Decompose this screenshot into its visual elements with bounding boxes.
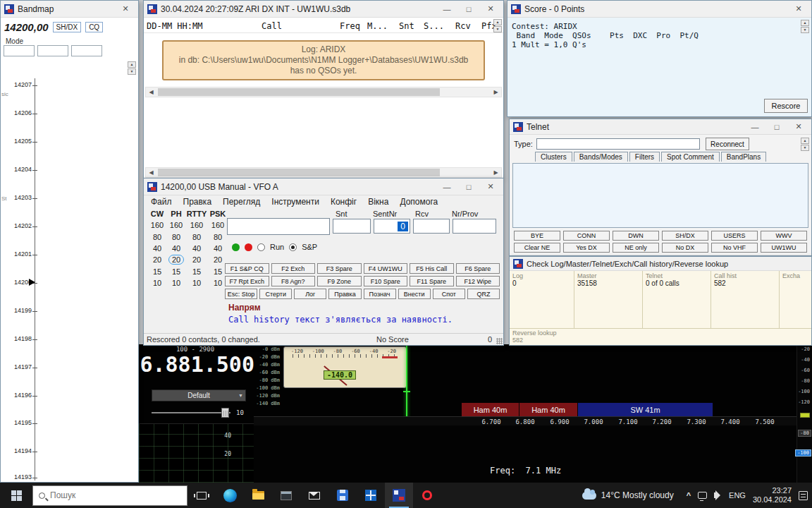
f2-button[interactable]: F2 Exch: [271, 263, 316, 274]
f7-button[interactable]: F7 Rpt Exch: [225, 276, 269, 286]
save-app-button[interactable]: [328, 483, 357, 508]
spinner-up-icon[interactable]: ▲: [493, 19, 502, 25]
spinner-up-icon[interactable]: ▲: [128, 61, 136, 68]
selected-band[interactable]: 20: [168, 255, 184, 265]
task-view-button[interactable]: [187, 483, 216, 508]
column-header[interactable]: Snt: [399, 21, 414, 31]
grid-app-button[interactable]: [357, 483, 385, 508]
column-header[interactable]: Freq: [340, 21, 360, 31]
menu-view[interactable]: Перегляд: [217, 196, 266, 207]
mail-button[interactable]: [300, 483, 328, 508]
band-cell[interactable]: 80: [147, 233, 167, 241]
band-cell[interactable]: 10: [147, 279, 167, 287]
no-dx-button[interactable]: No DX: [662, 243, 708, 253]
notification-center-icon[interactable]: [799, 491, 808, 500]
column-header[interactable]: DD-MM HH:MM: [147, 21, 202, 31]
column-header[interactable]: S...: [424, 21, 444, 31]
band-segment[interactable]: Ham 40m: [462, 403, 519, 416]
log-button[interactable]: Лог: [294, 289, 326, 299]
f9-button[interactable]: F9 Zone: [317, 276, 362, 286]
f5-button[interactable]: F5 His Call: [410, 263, 454, 274]
frequency-scale[interactable]: 6.700 6.800 6.900 7.000 7.100 7.200 7.30…: [254, 416, 796, 425]
scroll-right-icon[interactable]: ▶: [491, 89, 501, 95]
esc-stop-button[interactable]: Esc: Stop: [225, 289, 257, 299]
tab-filters[interactable]: Filters: [629, 152, 660, 162]
band-cell[interactable]: 80: [167, 233, 185, 241]
maximize-icon[interactable]: □: [460, 5, 478, 13]
shdx-button[interactable]: SH/DX: [662, 231, 708, 241]
f12-button[interactable]: F12 Wipe: [456, 276, 500, 286]
volume-icon[interactable]: [714, 492, 718, 498]
maximize-icon[interactable]: □: [768, 123, 786, 131]
bandmap-titlebar[interactable]: Bandmap ✕: [1, 1, 138, 18]
telnet-output-area[interactable]: [512, 163, 808, 228]
band-cell-selected[interactable]: 20: [167, 255, 185, 265]
rescore-button[interactable]: Rescore: [764, 99, 808, 113]
band-cell[interactable]: 80: [185, 233, 208, 241]
wwv-button[interactable]: WWV: [761, 231, 807, 241]
f10-button[interactable]: F10 Spare: [364, 276, 408, 286]
tab-spot-comment[interactable]: Spot Comment: [661, 152, 720, 162]
log-titlebar[interactable]: 30.04.2024 20:27:09Z ARI DX INT - UW1WU.…: [144, 1, 503, 18]
sp-label[interactable]: S&P: [302, 243, 317, 251]
qrz-button[interactable]: QRZ: [467, 289, 500, 299]
band-cell[interactable]: 40: [147, 244, 167, 253]
column-header[interactable]: Rcv: [455, 21, 471, 31]
tab-clusters[interactable]: Clusters: [535, 152, 572, 162]
nrprov-input[interactable]: [453, 219, 496, 234]
minimize-icon[interactable]: —: [438, 183, 456, 191]
band-cell[interactable]: 15: [185, 267, 208, 276]
taskbar-search[interactable]: [32, 485, 187, 506]
band-cell[interactable]: 160: [208, 221, 228, 229]
wipe-button[interactable]: Стерти: [259, 289, 292, 299]
column-header[interactable]: M...: [367, 21, 388, 31]
range-low-value[interactable]: -100: [795, 449, 811, 456]
sdr-frequency-display[interactable]: 6.881.500: [139, 352, 254, 377]
file-explorer-button[interactable]: [244, 483, 272, 508]
band-segment[interactable]: Ham 40m: [519, 403, 578, 416]
band-cell[interactable]: 80: [208, 233, 228, 241]
entry-titlebar[interactable]: 14200,00 USB Manual - VFO A — □ ✕: [144, 179, 503, 195]
tab-bandplans[interactable]: BandPlans: [721, 152, 766, 162]
store-button[interactable]: Внести: [398, 289, 431, 299]
scrollbar-thumb[interactable]: [158, 169, 440, 176]
menu-tools[interactable]: Інструменти: [266, 196, 325, 207]
font-size-spinner[interactable]: ▲▼: [801, 20, 809, 33]
spinner-down-icon[interactable]: ▼: [801, 27, 809, 33]
slider-thumb[interactable]: [221, 408, 229, 418]
edge-browser-button[interactable]: [216, 483, 244, 508]
column-header[interactable]: Call: [262, 21, 282, 31]
sentnr-input[interactable]: 0: [374, 219, 410, 234]
resize-grip[interactable]: [496, 338, 503, 344]
scroll-right-icon[interactable]: ▶: [491, 169, 501, 176]
minimize-icon[interactable]: —: [438, 5, 456, 13]
close-icon[interactable]: ✕: [789, 122, 808, 131]
horizontal-scrollbar[interactable]: ◀ ▶: [145, 167, 502, 178]
menu-file[interactable]: Файл: [145, 196, 178, 207]
volume-slider[interactable]: [152, 408, 230, 418]
f3-button[interactable]: F3 Spare: [317, 263, 362, 274]
snt-input[interactable]: [333, 219, 371, 234]
uw1wu-button[interactable]: UW1WU: [761, 243, 807, 253]
dwn-button[interactable]: DWN: [613, 231, 659, 241]
f6-button[interactable]: F6 Spare: [456, 263, 500, 274]
cq-button[interactable]: CQ: [85, 22, 103, 32]
horizontal-scrollbar[interactable]: ◀ ▶: [145, 87, 502, 97]
telnet-titlebar[interactable]: Telnet — □ ✕: [510, 119, 811, 135]
spinner-up-icon[interactable]: ▲: [801, 20, 809, 26]
tab-bands-modes[interactable]: Bands/Modes: [574, 152, 628, 162]
band-cell[interactable]: 15: [147, 267, 167, 276]
start-button[interactable]: [0, 483, 32, 508]
telnet-command-input[interactable]: [536, 138, 700, 150]
scroll-left-icon[interactable]: ◀: [146, 169, 156, 176]
close-icon[interactable]: ✕: [116, 4, 135, 13]
reconnect-button[interactable]: Reconnect: [706, 138, 749, 150]
weather-widget[interactable]: 14°C Mostly cloudy: [577, 483, 679, 508]
scrollbar-thumb[interactable]: [158, 88, 440, 96]
f4-button[interactable]: F4 UW1WU: [364, 263, 408, 274]
font-size-spinner[interactable]: ▲▼: [801, 138, 809, 151]
spot-button[interactable]: Спот: [433, 289, 465, 299]
profile-select[interactable]: Default ▼: [152, 389, 246, 401]
close-icon[interactable]: ✕: [789, 4, 808, 13]
band-cell[interactable]: 20: [185, 255, 208, 264]
